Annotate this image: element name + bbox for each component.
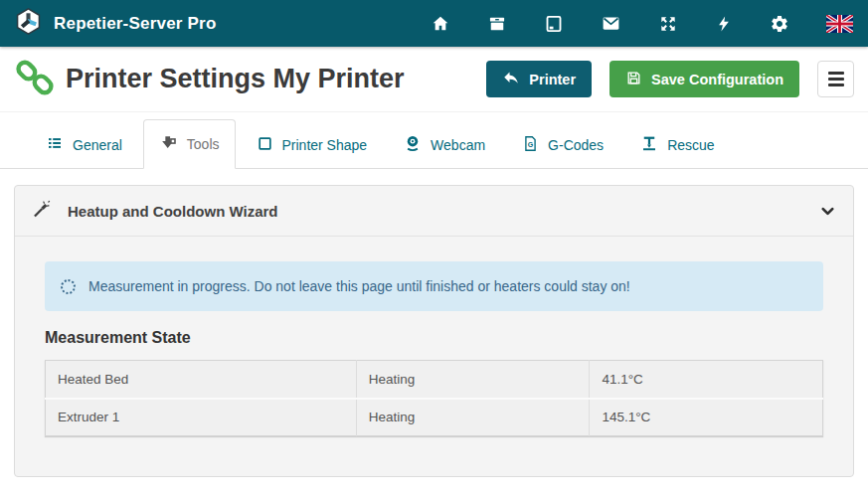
measurement-state-table: Heated Bed Heating 41.1°C Extruder 1 Hea… xyxy=(45,360,823,436)
svg-text:G: G xyxy=(528,141,534,149)
settings-icon[interactable] xyxy=(770,14,789,34)
messages-icon[interactable] xyxy=(601,13,621,34)
tab-webcam[interactable]: Webcam xyxy=(388,120,501,168)
save-icon xyxy=(625,70,642,89)
settings-tabs: General Tools Printer Shape Webcam xyxy=(0,112,868,169)
spinner-icon xyxy=(61,279,76,294)
fullscreen-icon[interactable] xyxy=(658,14,678,34)
chevron-down-icon[interactable] xyxy=(818,202,837,221)
home-icon[interactable] xyxy=(431,14,450,34)
header-actions: Printer Save Configuration xyxy=(486,61,854,97)
tab-label: General xyxy=(73,137,122,153)
heater-name-cell: Heated Bed xyxy=(46,361,357,399)
storage-box-icon[interactable] xyxy=(487,14,507,34)
top-navbar: Repetier-Server Pro xyxy=(0,0,868,47)
measurement-progress-alert: Measurement in progress. Do not leave th… xyxy=(45,261,823,311)
alert-text: Measurement in progress. Do not leave th… xyxy=(88,278,630,294)
tab-gcodes[interactable]: G G-Codes xyxy=(506,121,619,168)
printer-button-label: Printer xyxy=(529,72,576,87)
webcam-icon xyxy=(404,134,422,155)
navbar-icons xyxy=(431,13,853,34)
table-row: Extruder 1 Heating 145.1°C xyxy=(46,399,823,436)
tab-printer-shape[interactable]: Printer Shape xyxy=(241,121,384,168)
heatup-wizard-panel: Heatup and Cooldown Wizard Measurement i… xyxy=(14,185,854,477)
extruder-tool-icon xyxy=(159,133,178,155)
magic-wand-icon xyxy=(31,199,52,224)
panel-header[interactable]: Heatup and Cooldown Wizard xyxy=(15,186,853,237)
printer-display-icon[interactable] xyxy=(544,14,564,34)
heater-name-cell: Extruder 1 xyxy=(46,399,357,436)
tab-general[interactable]: General xyxy=(30,120,138,168)
panel-body: Measurement in progress. Do not leave th… xyxy=(15,237,853,436)
printer-button[interactable]: Printer xyxy=(486,61,592,97)
table-row: Heated Bed Heating 41.1°C xyxy=(46,361,823,399)
brand-title: Repetier-Server Pro xyxy=(54,14,216,34)
heater-status-cell: Heating xyxy=(356,361,590,399)
heater-temp-cell: 145.1°C xyxy=(590,399,823,436)
back-arrow-icon xyxy=(502,69,520,89)
tab-label: Tools xyxy=(187,136,220,152)
brand[interactable]: Repetier-Server Pro xyxy=(14,7,216,40)
list-icon xyxy=(46,134,64,155)
panel-title: Heatup and Cooldown Wizard xyxy=(68,203,278,220)
page-title: Printer Settings My Printer xyxy=(66,64,405,94)
repetier-logo-icon xyxy=(14,7,43,40)
overflow-menu-button[interactable] xyxy=(817,61,854,97)
page-header: Printer Settings My Printer Printer Save… xyxy=(0,47,868,112)
tab-rescue[interactable]: Rescue xyxy=(624,120,730,168)
tab-label: Rescue xyxy=(667,137,714,153)
tab-label: Printer Shape xyxy=(282,137,368,153)
gcode-file-icon: G xyxy=(522,135,539,155)
save-button-label: Save Configuration xyxy=(651,72,783,87)
tab-label: G-Codes xyxy=(548,137,604,153)
tab-label: Webcam xyxy=(431,137,485,153)
save-configuration-button[interactable]: Save Configuration xyxy=(609,61,799,97)
square-shape-icon xyxy=(257,135,273,155)
heater-status-cell: Heating xyxy=(356,399,590,436)
link-icon xyxy=(14,57,56,102)
language-flag-icon[interactable] xyxy=(826,15,853,33)
power-icon[interactable] xyxy=(715,14,733,34)
measurement-state-heading: Measurement State xyxy=(45,329,823,347)
rescue-probe-icon xyxy=(640,134,658,155)
heater-temp-cell: 41.1°C xyxy=(590,361,823,399)
tab-tools[interactable]: Tools xyxy=(143,119,236,169)
